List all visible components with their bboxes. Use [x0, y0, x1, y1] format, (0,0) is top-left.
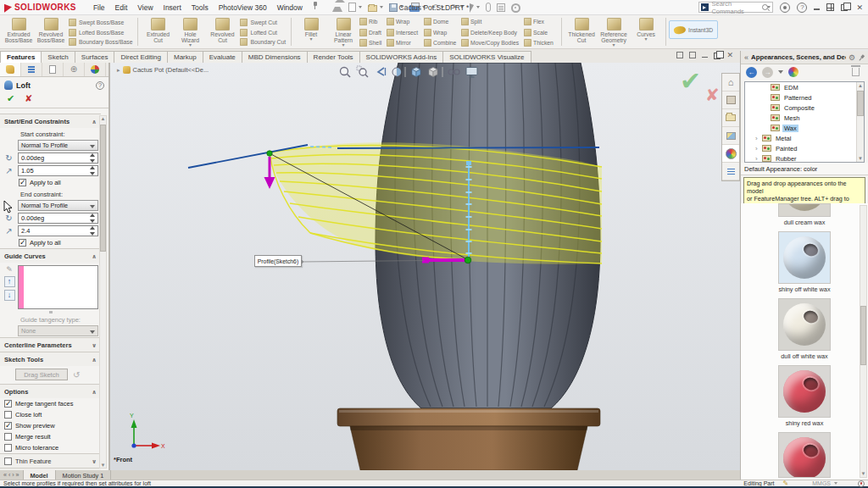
configurationmanager-tab[interactable]	[42, 63, 64, 76]
view-palette-tab[interactable]	[722, 127, 739, 145]
scroll-down-icon[interactable]: ▼	[857, 156, 864, 161]
redo-icon[interactable]: ↷	[450, 3, 457, 13]
end-tangent-spinner[interactable]	[90, 226, 97, 236]
help-icon[interactable]: ?	[797, 3, 807, 13]
thin-feature-checkbox[interactable]	[4, 458, 12, 465]
doc-next-icon[interactable]	[689, 52, 696, 58]
appearance-options-gear-icon[interactable]: ⚙	[849, 53, 855, 62]
home-icon[interactable]	[332, 7, 342, 12]
flex-button[interactable]: Flex	[524, 18, 558, 25]
thicken-button[interactable]: Thicken	[524, 39, 558, 47]
apply-to-all-checkbox[interactable]	[19, 179, 26, 186]
section-view-icon[interactable]	[392, 68, 401, 76]
menu-insert[interactable]: Insert	[159, 2, 186, 14]
end-angle-spinner[interactable]	[90, 214, 97, 223]
dome-button[interactable]: Dome	[424, 18, 461, 25]
rebuild-icon[interactable]	[486, 3, 491, 12]
tab-render-tools[interactable]: Render Tools	[307, 51, 360, 63]
tree-item-mesh[interactable]: Mesh	[745, 113, 864, 123]
section-guide-curves[interactable]: Guide Curves∧	[0, 248, 101, 263]
checkbox[interactable]	[4, 400, 12, 408]
minimize-button[interactable]	[814, 8, 820, 10]
checkbox[interactable]	[4, 444, 12, 452]
scroll-up-icon[interactable]: ▲	[100, 116, 106, 121]
nav-back-button[interactable]: ←	[746, 67, 757, 78]
user-account-icon[interactable]	[780, 3, 790, 13]
scale-button[interactable]: Scale	[524, 29, 558, 36]
swatch-thumbnail[interactable]	[778, 203, 831, 217]
option-merge-tangent-faces[interactable]: Merge tangent faces	[0, 398, 101, 409]
tree-item-wax[interactable]: Wax	[745, 123, 864, 133]
split-button[interactable]: Split	[461, 18, 524, 25]
displaymanager-tab[interactable]	[85, 63, 106, 76]
tree-scrollbar[interactable]: ▲ ▼	[856, 82, 864, 162]
menu-file[interactable]: File	[88, 2, 110, 14]
start-angle-spinner[interactable]	[90, 153, 97, 163]
appearances-tab[interactable]	[722, 145, 739, 163]
swatch-thumbnail[interactable]	[778, 432, 831, 478]
file-explorer-tab[interactable]	[722, 109, 739, 127]
option-show-preview[interactable]: Show preview	[0, 420, 101, 431]
wrap-button[interactable]: Wrap	[387, 18, 424, 25]
menu-edit[interactable]: Edit	[110, 2, 133, 14]
scroll-thumb[interactable]	[860, 306, 866, 365]
linear-pattern-button[interactable]: Linear Pattern▾	[328, 17, 359, 47]
mirror-button[interactable]: Mirror	[387, 39, 424, 47]
delete-keep-body-button[interactable]: Delete/Keep Body	[461, 29, 524, 36]
checkbox[interactable]	[4, 422, 12, 430]
expand-icon[interactable]: ∨	[92, 458, 97, 465]
undo-icon[interactable]: ↶	[431, 3, 438, 13]
graphics-viewport[interactable]: Y X ▸ Cactus Pot (Default<<De... ✔ ✘ Pro…	[110, 63, 740, 470]
extruded-boss-base-button[interactable]: Extruded Boss/Base	[3, 17, 34, 43]
display-style-icon[interactable]	[429, 68, 437, 77]
units-dropdown-icon[interactable]	[834, 482, 837, 485]
status-options-icon[interactable]	[858, 480, 865, 487]
feature-help-icon[interactable]: ?	[96, 81, 104, 90]
swatch-thumbnail[interactable]	[778, 231, 831, 284]
collapse-icon[interactable]: ∧	[92, 119, 97, 125]
fillet-dropdown-icon[interactable]: ▾	[310, 37, 313, 41]
zoom-to-fit-icon[interactable]	[341, 68, 351, 78]
scroll-down-icon[interactable]: ▼	[100, 463, 106, 468]
profile-callout[interactable]: Profile(Sketch6)	[254, 255, 302, 267]
expand-arrow-icon[interactable]: ›	[755, 155, 760, 163]
reference-geometry-dropdown-icon[interactable]: ▾	[613, 43, 615, 47]
thickened-cut-button[interactable]: Thickened Cut	[566, 17, 597, 43]
custom-properties-tab[interactable]	[722, 163, 739, 180]
doc-previous-icon[interactable]	[676, 52, 683, 58]
lofted-cut-button[interactable]: Lofted Cut	[240, 28, 286, 37]
shell-button[interactable]: Shell	[359, 39, 387, 47]
option-micro-tolerance[interactable]: Micro tolerance	[0, 442, 101, 453]
collapse-pane-icon[interactable]: «	[744, 53, 748, 62]
propertymanager-tab[interactable]	[0, 63, 21, 76]
checkbox[interactable]	[4, 411, 12, 419]
start-constraint-select[interactable]: Normal To Profile	[18, 140, 98, 151]
swept-boss-base-button[interactable]: Swept Boss/Base	[69, 18, 132, 27]
start-tangent-spinner[interactable]	[90, 166, 97, 175]
apply-to-all-checkbox[interactable]	[19, 239, 26, 247]
scroll-thumb[interactable]	[857, 91, 864, 116]
search-commands-box[interactable]: Search Commands	[698, 2, 773, 13]
swatch-red-wax-partial[interactable]	[777, 432, 832, 478]
wrap2-button[interactable]: Wrap	[424, 29, 461, 36]
pin-menu-icon[interactable]	[311, 2, 319, 9]
end-tangent-field[interactable]: 2.4	[18, 225, 98, 236]
select-dropdown-icon[interactable]	[476, 6, 480, 8]
reference-geometry-button[interactable]: Reference Geometry▾	[598, 17, 629, 47]
scroll-up-icon[interactable]: ▲	[857, 83, 864, 88]
open-dropdown-icon[interactable]	[380, 6, 383, 8]
tab-evaluate[interactable]: Evaluate	[203, 51, 242, 63]
cancel-button[interactable]: ✘	[25, 93, 32, 104]
confirm-corner-ok[interactable]: ✔	[680, 66, 701, 96]
print-icon[interactable]	[409, 5, 420, 12]
tab-features[interactable]: Features	[0, 51, 42, 63]
section-start-end-constraints[interactable]: Start/End Constraints∧	[0, 114, 101, 128]
swatch-dull-cream-wax[interactable]: dull cream wax	[777, 203, 832, 231]
pm-scrollbar[interactable]: ▲ ▼	[99, 115, 107, 469]
draft-button[interactable]: Draft	[359, 29, 387, 36]
swept-cut-button[interactable]: Swept Cut	[240, 18, 286, 27]
nav-dropdown-icon[interactable]	[778, 70, 783, 74]
tree-item-metal[interactable]: ›Metal	[745, 133, 864, 143]
scroll-down-icon[interactable]: ▼	[860, 471, 866, 476]
end-constraint-select[interactable]: Normal To Profile	[18, 200, 98, 211]
